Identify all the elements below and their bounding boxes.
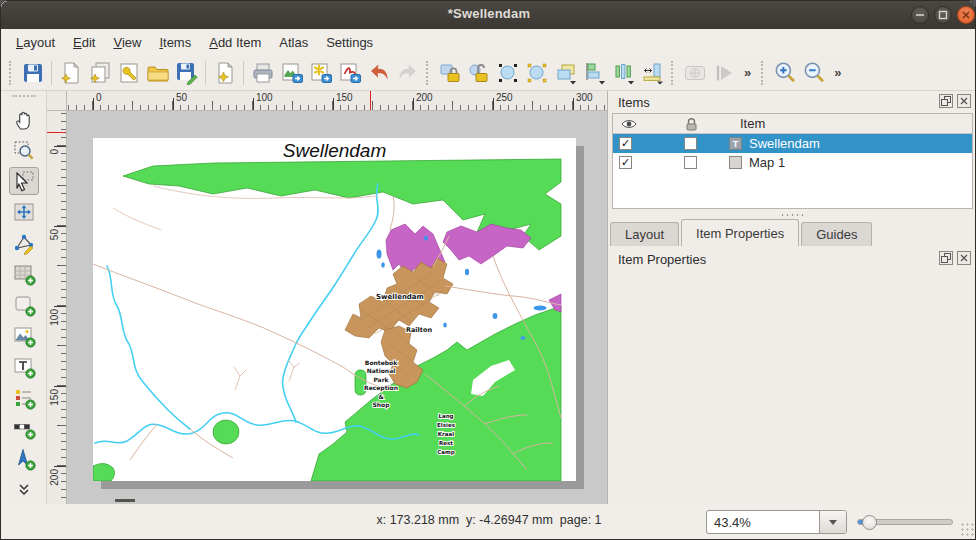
duplicate-layout-button[interactable] <box>85 58 114 87</box>
add-legend-button[interactable] <box>9 384 39 412</box>
lock-selected-items-button[interactable] <box>435 58 464 87</box>
tab-item-properties[interactable]: Item Properties <box>681 219 799 246</box>
menu-layout[interactable]: Layout <box>7 31 64 54</box>
svg-text:Camp: Camp <box>437 449 454 456</box>
add-label-button[interactable] <box>9 353 39 381</box>
move-item-content-tool-button[interactable] <box>9 198 39 226</box>
label-item-icon: T <box>729 137 742 150</box>
item-row-map1[interactable]: ✓ Map 1 <box>613 153 972 172</box>
toolbox-overflow-chevron-icon[interactable] <box>9 476 39 504</box>
item-label: Map 1 <box>749 155 785 170</box>
horizontal-ruler: 0 50 100 150 200 250 300 <box>67 91 607 111</box>
save-project-button[interactable] <box>18 58 47 87</box>
close-icon[interactable] <box>957 6 975 24</box>
float-panel-icon[interactable] <box>939 94 953 108</box>
menu-add-item[interactable]: Add Item <box>200 31 270 54</box>
resize-selected-items-button[interactable] <box>638 58 667 87</box>
print-layout-button[interactable] <box>248 58 277 87</box>
export-as-svg-button[interactable] <box>306 58 335 87</box>
zoom-level-combobox[interactable]: 43.4% <box>706 510 847 534</box>
zoom-out-button[interactable] <box>799 58 828 87</box>
map-label-town: Swellendam <box>376 293 424 301</box>
lock-checkbox[interactable] <box>684 137 697 150</box>
toolbar-drag-handle[interactable] <box>9 61 14 85</box>
redo-button[interactable] <box>393 58 422 87</box>
svg-text:Reception: Reception <box>364 384 398 392</box>
panel-splitter[interactable] <box>608 211 976 219</box>
qgis-layout-window: *Swellendam Layout Edit View Items Add I… <box>0 0 976 540</box>
layout-canvas[interactable]: Swellendam Railton Bontebok National Par… <box>67 111 607 504</box>
preview-atlas-button[interactable] <box>680 58 709 87</box>
minimize-icon[interactable] <box>911 6 929 24</box>
maximize-icon[interactable] <box>934 6 952 24</box>
export-as-image-button[interactable] <box>277 58 306 87</box>
close-panel-icon[interactable] <box>957 94 971 108</box>
toolbox-drag-handle[interactable] <box>12 95 36 101</box>
zoom-slider[interactable] <box>857 519 953 525</box>
toolbar-overflow-icon[interactable]: » <box>828 65 847 80</box>
combobox-dropdown-icon[interactable] <box>819 511 846 533</box>
menu-atlas[interactable]: Atlas <box>270 31 317 54</box>
undo-button[interactable] <box>364 58 393 87</box>
zoom-tool-button[interactable] <box>9 137 39 165</box>
tab-layout[interactable]: Layout <box>610 222 679 246</box>
float-panel-icon[interactable] <box>939 251 953 265</box>
atlas-first-feature-button[interactable] <box>709 58 738 87</box>
toolbar-drag-handle[interactable] <box>761 61 766 85</box>
items-tree: Item ✓ T Swellendam ✓ Map 1 <box>612 113 973 209</box>
toolbar-separator <box>51 61 52 85</box>
svg-text:Bontebok: Bontebok <box>365 359 398 366</box>
edit-nodes-item-tool-button[interactable] <box>9 229 39 257</box>
zoom-in-button[interactable] <box>770 58 799 87</box>
menu-settings[interactable]: Settings <box>317 31 382 54</box>
map-label-suburb: Railton <box>406 326 432 334</box>
layout-page[interactable]: Swellendam Railton Bontebok National Par… <box>93 138 576 481</box>
toolbar-drag-handle[interactable] <box>671 61 676 85</box>
add-map-button[interactable] <box>9 260 39 288</box>
raise-selected-items-button[interactable] <box>551 58 580 87</box>
menu-items[interactable]: Items <box>150 31 200 54</box>
svg-text:Kraal: Kraal <box>438 431 454 437</box>
items-panel-header: Items <box>608 91 976 113</box>
window-resize-grip-icon[interactable] <box>960 522 974 536</box>
distribute-selected-items-button[interactable] <box>609 58 638 87</box>
ungroup-items-button[interactable] <box>522 58 551 87</box>
export-as-pdf-button[interactable] <box>335 58 364 87</box>
item-row-swellendam[interactable]: ✓ T Swellendam <box>613 134 972 153</box>
svg-text:Elsies: Elsies <box>437 422 456 428</box>
visibility-checkbox[interactable]: ✓ <box>619 137 632 150</box>
menu-view[interactable]: View <box>104 31 150 54</box>
zoom-slider-handle[interactable] <box>862 515 877 530</box>
align-selected-items-button[interactable] <box>580 58 609 87</box>
toolbar-drag-handle[interactable] <box>426 61 431 85</box>
toolbar-overflow-icon[interactable]: » <box>738 65 757 80</box>
lock-checkbox[interactable] <box>684 156 697 169</box>
save-as-template-button[interactable] <box>172 58 201 87</box>
add-pages-button[interactable] <box>210 58 239 87</box>
menu-edit[interactable]: Edit <box>64 31 104 54</box>
add-picture-button[interactable] <box>9 322 39 350</box>
titlebar[interactable]: *Swellendam <box>1 1 976 29</box>
svg-text:National: National <box>367 367 396 374</box>
tab-guides[interactable]: Guides <box>801 222 872 246</box>
unlock-all-items-button[interactable] <box>464 58 493 87</box>
pan-tool-button[interactable] <box>9 106 39 134</box>
visibility-checkbox[interactable]: ✓ <box>619 156 632 169</box>
add-3d-map-button[interactable] <box>9 291 39 319</box>
items-header-row: Item <box>613 114 972 134</box>
select-move-item-tool-button[interactable] <box>9 167 39 195</box>
statusbar: x: 173.218 mm y: -4.26947 mm page: 1 43.… <box>1 504 976 539</box>
new-layout-button[interactable] <box>56 58 85 87</box>
add-scalebar-button[interactable] <box>9 414 39 442</box>
add-north-arrow-button[interactable] <box>9 445 39 473</box>
add-items-from-template-button[interactable] <box>143 58 172 87</box>
map-item-icon <box>729 156 742 169</box>
map-frame[interactable]: Swellendam Railton Bontebok National Par… <box>93 138 576 481</box>
right-dock-panel: Items Item ✓ T Swellendam ✓ <box>608 91 976 504</box>
close-panel-icon[interactable] <box>957 251 971 265</box>
group-items-button[interactable] <box>493 58 522 87</box>
page-title-label[interactable]: Swellendam <box>93 140 576 162</box>
layout-manager-button[interactable] <box>114 58 143 87</box>
canvas-hscrollbar[interactable] <box>115 499 135 502</box>
toolbar-separator <box>205 61 206 85</box>
